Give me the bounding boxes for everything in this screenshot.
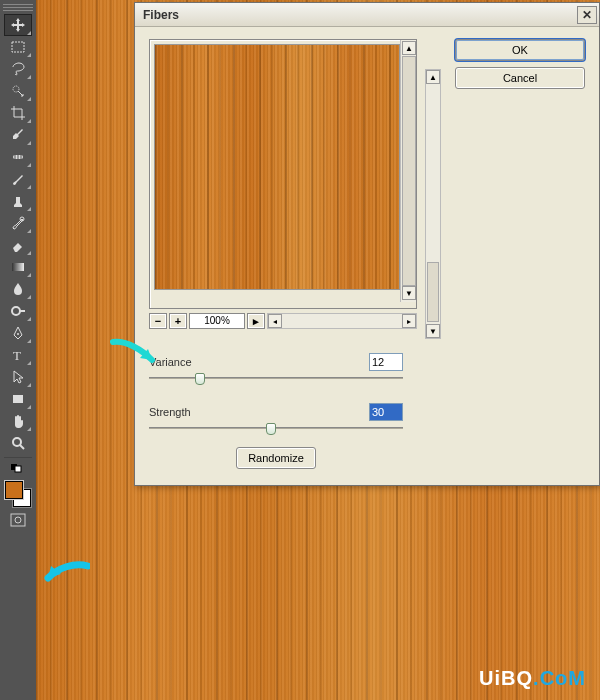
lasso-tool[interactable] — [4, 58, 32, 80]
eyedropper-tool[interactable] — [4, 124, 32, 146]
color-swatches[interactable] — [3, 479, 33, 509]
panel-grip[interactable] — [3, 2, 33, 12]
eraser-tool[interactable] — [4, 234, 32, 256]
dialog-titlebar[interactable]: Fibers ✕ — [135, 3, 599, 27]
variance-slider-thumb[interactable] — [195, 373, 205, 385]
scrollbar-thumb[interactable] — [427, 262, 439, 322]
scroll-down-icon[interactable]: ▼ — [426, 324, 440, 338]
type-tool[interactable]: T — [4, 344, 32, 366]
svg-rect-13 — [11, 514, 25, 526]
svg-rect-4 — [12, 263, 24, 271]
foreground-color-swatch[interactable] — [5, 481, 23, 499]
zoom-out-button[interactable]: − — [149, 313, 167, 329]
ok-button[interactable]: OK — [455, 39, 585, 61]
crop-tool[interactable] — [4, 102, 32, 124]
watermark-part1: UiBQ — [479, 667, 533, 689]
fibers-preview-image — [155, 45, 399, 289]
zoom-level-field[interactable]: 100% — [189, 313, 245, 329]
svg-point-7 — [17, 333, 19, 335]
preview-area: ▲ ▼ — [149, 39, 417, 309]
scrollbar-thumb[interactable] — [402, 56, 416, 286]
svg-rect-9 — [13, 395, 23, 403]
zoom-menu-button[interactable]: ▸ — [247, 313, 265, 329]
gradient-tool[interactable] — [4, 256, 32, 278]
variance-parameter: Variance — [149, 353, 403, 379]
strength-slider-thumb[interactable] — [266, 423, 276, 435]
toolbar-separator — [4, 457, 32, 458]
zoom-controls: − + 100% ▸ ◂ ▸ — [149, 313, 417, 329]
hand-tool[interactable] — [4, 410, 32, 432]
rectangular-marquee-tool[interactable] — [4, 36, 32, 58]
pen-tool[interactable] — [4, 322, 32, 344]
dodge-tool[interactable] — [4, 300, 32, 322]
tools-panel: T — [0, 0, 36, 700]
scroll-up-icon[interactable]: ▲ — [402, 41, 416, 55]
randomize-button[interactable]: Randomize — [236, 447, 316, 469]
strength-slider[interactable] — [149, 427, 403, 429]
preview-vertical-scrollbar[interactable]: ▲ ▼ — [400, 40, 416, 302]
strength-label: Strength — [149, 406, 191, 418]
strength-input[interactable] — [369, 403, 403, 421]
zoom-tool[interactable] — [4, 432, 32, 454]
brush-tool[interactable] — [4, 168, 32, 190]
preview-viewport[interactable] — [154, 44, 400, 290]
svg-rect-6 — [20, 310, 25, 312]
svg-point-10 — [13, 438, 21, 446]
preview-horizontal-scrollbar[interactable]: ◂ ▸ — [267, 313, 417, 329]
svg-rect-12 — [15, 466, 21, 472]
zoom-in-button[interactable]: + — [169, 313, 187, 329]
scroll-left-icon[interactable]: ◂ — [268, 314, 282, 328]
svg-text:T: T — [13, 348, 21, 363]
variance-slider[interactable] — [149, 377, 403, 379]
history-brush-tool[interactable] — [4, 212, 32, 234]
fibers-dialog: Fibers ✕ ▲ ▼ ▲ ▼ − + 10 — [134, 2, 600, 486]
variance-label: Variance — [149, 356, 192, 368]
close-button[interactable]: ✕ — [577, 6, 597, 24]
spot-healing-brush-tool[interactable] — [4, 146, 32, 168]
default-colors-icon[interactable] — [4, 461, 32, 475]
svg-point-14 — [15, 517, 21, 523]
clone-stamp-tool[interactable] — [4, 190, 32, 212]
background-scrollbar[interactable]: ▲ ▼ — [425, 69, 441, 339]
quick-mask-toggle[interactable] — [4, 509, 32, 531]
move-tool[interactable] — [4, 14, 32, 36]
svg-point-5 — [12, 307, 20, 315]
dialog-title: Fibers — [143, 8, 179, 22]
rectangle-shape-tool[interactable] — [4, 388, 32, 410]
blur-tool[interactable] — [4, 278, 32, 300]
scroll-up-icon[interactable]: ▲ — [426, 70, 440, 84]
watermark: UiBQ.CoM — [479, 667, 586, 690]
quick-selection-tool[interactable] — [4, 80, 32, 102]
svg-rect-0 — [12, 42, 24, 52]
scroll-down-icon[interactable]: ▼ — [402, 286, 416, 300]
scroll-right-icon[interactable]: ▸ — [402, 314, 416, 328]
variance-input[interactable] — [369, 353, 403, 371]
path-selection-tool[interactable] — [4, 366, 32, 388]
watermark-part2: .CoM — [533, 667, 586, 689]
cancel-button[interactable]: Cancel — [455, 67, 585, 89]
strength-parameter: Strength — [149, 403, 403, 429]
